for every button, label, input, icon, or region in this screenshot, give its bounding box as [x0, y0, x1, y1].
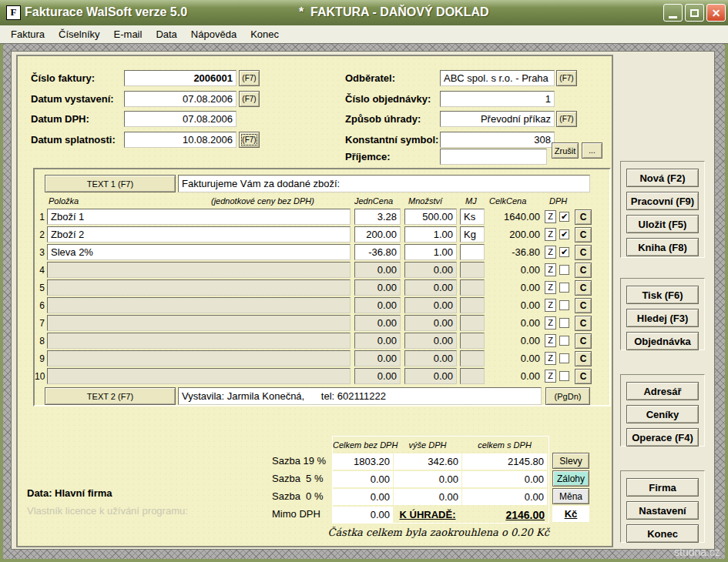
menu-item-napoveda[interactable]: Nápověda: [184, 26, 243, 42]
item-unit-field[interactable]: [460, 315, 485, 331]
cancel-recipient-button[interactable]: Zrušit: [552, 142, 579, 159]
item-unitprice-field[interactable]: 0.00: [354, 297, 401, 313]
item-unitprice-field[interactable]: 0.00: [354, 279, 401, 296]
item-vat-code-field[interactable]: Z: [545, 370, 556, 383]
odberatel-field[interactable]: ABC spol. s r.o. - Praha: [440, 70, 555, 86]
item-qty-field[interactable]: 1.00: [404, 226, 457, 243]
item-vat-checkbox[interactable]: [559, 265, 569, 275]
item-copy-button[interactable]: C: [575, 298, 592, 313]
item-vat-checkbox[interactable]: [559, 336, 569, 346]
item-copy-button[interactable]: C: [575, 209, 592, 225]
item-qty-field[interactable]: 0.00: [404, 262, 457, 278]
maximize-button[interactable]: [685, 4, 704, 22]
item-qty-field[interactable]: 1.00: [404, 244, 457, 260]
datum-splatnosti-field[interactable]: 10.08.2006: [124, 132, 237, 148]
zpusob-uhrady-field[interactable]: Převodní příkaz: [440, 111, 555, 127]
side-button-nastaveni[interactable]: Nastavení: [626, 501, 699, 520]
item-name-field[interactable]: [47, 333, 351, 349]
summary-button-slevy[interactable]: Slevy: [552, 453, 589, 469]
item-qty-field[interactable]: 0.00: [404, 315, 457, 331]
item-copy-button[interactable]: C: [575, 280, 592, 296]
item-unitprice-field[interactable]: 3.28: [354, 209, 401, 225]
item-vat-code-field[interactable]: Z: [545, 210, 556, 223]
side-button-pracovni-f9[interactable]: Pracovní (F9): [626, 192, 699, 210]
more-recipient-button[interactable]: ...: [582, 142, 602, 159]
item-vat-code-field[interactable]: Z: [545, 246, 556, 259]
side-button-ceniky[interactable]: Ceníky: [626, 405, 699, 423]
item-unitprice-field[interactable]: -36.80: [354, 244, 401, 260]
item-name-field[interactable]: [47, 350, 351, 366]
datum-vystaveni-field[interactable]: 07.08.2006: [124, 91, 237, 107]
prijemce-field[interactable]: [440, 149, 547, 165]
item-copy-button[interactable]: C: [575, 351, 592, 366]
item-vat-code-field[interactable]: Z: [545, 299, 556, 312]
item-copy-button[interactable]: C: [575, 369, 592, 384]
item-qty-field[interactable]: 0.00: [404, 368, 457, 384]
odberatel-f7-button[interactable]: (F7): [556, 70, 577, 86]
item-unitprice-field[interactable]: 0.00: [354, 368, 401, 384]
item-vat-code-field[interactable]: Z: [545, 228, 556, 241]
summary-button-mena[interactable]: Měna: [552, 488, 589, 504]
menu-item-e-mail[interactable]: E-mail: [107, 26, 149, 42]
item-vat-checkbox[interactable]: [559, 353, 569, 363]
side-button-ulozit-f5[interactable]: Uložit (F5): [626, 215, 699, 233]
item-qty-field[interactable]: 500.00: [404, 209, 457, 225]
item-copy-button[interactable]: C: [575, 245, 592, 260]
item-qty-field[interactable]: 0.00: [404, 333, 457, 349]
item-unit-field[interactable]: Ks: [460, 209, 485, 225]
item-copy-button[interactable]: C: [575, 333, 592, 349]
side-button-tisk-f6[interactable]: Tisk (F6): [626, 286, 699, 304]
item-unit-field[interactable]: [460, 333, 485, 349]
item-name-field[interactable]: Zboží 2: [47, 226, 351, 243]
datum-dph-field[interactable]: 07.08.2006: [124, 111, 237, 127]
item-unit-field[interactable]: [460, 350, 485, 366]
item-vat-code-field[interactable]: Z: [545, 263, 556, 276]
item-name-field[interactable]: [47, 368, 351, 384]
menu-item-ciselniky[interactable]: Číselníky: [52, 26, 106, 42]
zpusob-uhrady-f7-button[interactable]: (F7): [556, 111, 577, 127]
item-unit-field[interactable]: Kg: [460, 226, 485, 243]
menu-item-konec[interactable]: Konec: [243, 26, 286, 42]
side-button-nova-f2[interactable]: Nová (F2): [626, 169, 699, 187]
cislo-faktury-f7-button[interactable]: (F7): [239, 70, 260, 86]
close-button[interactable]: ✕: [706, 4, 726, 22]
minimize-button[interactable]: [663, 4, 683, 22]
item-unit-field[interactable]: [460, 279, 485, 296]
item-vat-checkbox[interactable]: [559, 371, 569, 381]
item-name-field[interactable]: Sleva 2%: [47, 244, 351, 260]
text2-field[interactable]: Vystavila: Jarmila Konečná, tel: 6021112…: [178, 387, 542, 405]
item-unitprice-field[interactable]: 0.00: [354, 333, 401, 349]
item-name-field[interactable]: [47, 279, 351, 296]
item-vat-code-field[interactable]: Z: [545, 334, 556, 347]
item-copy-button[interactable]: C: [575, 227, 592, 243]
page-down-button[interactable]: (PgDn): [545, 387, 590, 405]
item-name-field[interactable]: [47, 315, 351, 331]
item-vat-checkbox[interactable]: ✔: [559, 212, 569, 222]
side-button-konec[interactable]: Konec: [626, 524, 699, 543]
side-button-adresar[interactable]: Adresář: [626, 382, 699, 400]
item-name-field[interactable]: [47, 297, 351, 313]
item-vat-code-field[interactable]: Z: [545, 281, 556, 294]
menu-item-data[interactable]: Data: [149, 26, 183, 42]
text1-field[interactable]: Fakturujeme Vám za dodané zboží:: [178, 175, 590, 192]
item-vat-checkbox[interactable]: [559, 283, 569, 293]
side-button-kniha-f8[interactable]: Kniha (F8): [626, 238, 699, 256]
cislo-faktury-field[interactable]: 2006001: [124, 70, 237, 86]
side-button-firma[interactable]: Firma: [626, 478, 699, 497]
item-name-field[interactable]: [47, 262, 351, 278]
cislo-objednavky-field[interactable]: 1: [440, 91, 555, 107]
item-unitprice-field[interactable]: 0.00: [354, 262, 401, 278]
item-unit-field[interactable]: [460, 262, 485, 278]
item-vat-checkbox[interactable]: [559, 318, 569, 328]
item-qty-field[interactable]: 0.00: [404, 279, 457, 296]
item-unit-field[interactable]: [460, 368, 485, 384]
summary-button-zalohy[interactable]: Zálohy: [552, 470, 589, 487]
item-unitprice-field[interactable]: 200.00: [354, 226, 401, 243]
datum-vystaveni-f7-button[interactable]: (F7): [239, 91, 260, 107]
item-unitprice-field[interactable]: 0.00: [354, 315, 401, 331]
item-vat-checkbox[interactable]: [559, 300, 569, 310]
item-vat-code-field[interactable]: Z: [545, 352, 556, 365]
item-qty-field[interactable]: 0.00: [404, 297, 457, 313]
item-vat-code-field[interactable]: Z: [545, 316, 556, 330]
item-qty-field[interactable]: 0.00: [404, 350, 457, 366]
